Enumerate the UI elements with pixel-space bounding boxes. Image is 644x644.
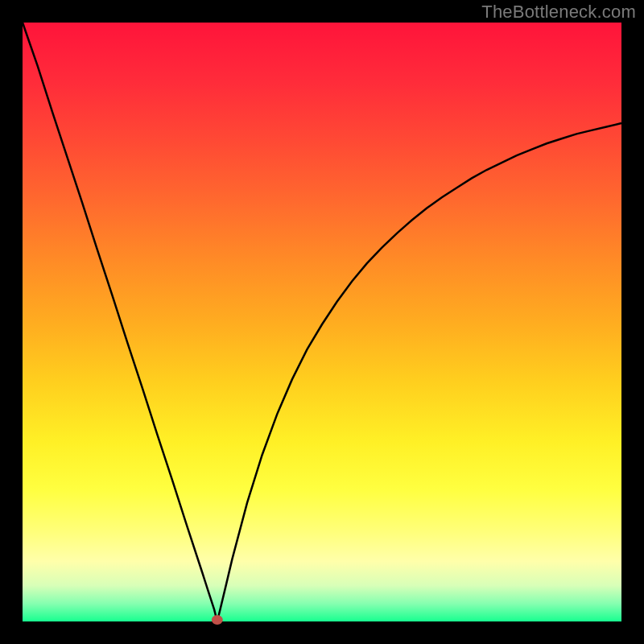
chart-container: TheBottleneck.com <box>0 0 644 644</box>
plot-area <box>23 23 621 621</box>
bottleneck-chart <box>0 0 644 644</box>
optimal-point-marker <box>212 615 223 625</box>
watermark-text: TheBottleneck.com <box>481 2 636 23</box>
